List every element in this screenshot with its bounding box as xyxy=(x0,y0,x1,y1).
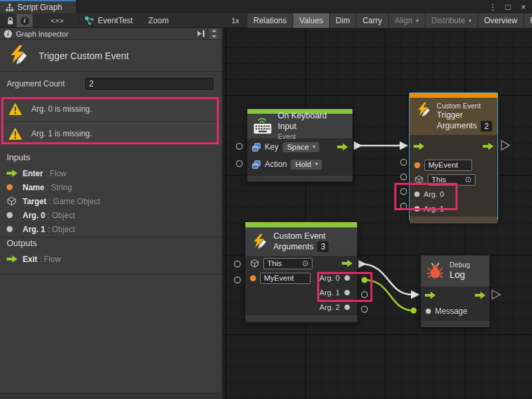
event-name-row: MyEvent Arg. 0 xyxy=(245,271,357,285)
lock-button[interactable] xyxy=(2,14,18,27)
target-field[interactable]: This ⊙ xyxy=(428,174,475,186)
code-icon: <×> xyxy=(51,17,63,25)
warning-text: Arg. 0 is missing. xyxy=(31,104,92,114)
inputs-section: Inputs Enter : Flow Name : String Target… xyxy=(0,149,222,237)
outputs-header: Outputs xyxy=(0,235,222,252)
custom-event-icon xyxy=(7,45,29,67)
node-title: Log xyxy=(450,269,470,281)
port-list-item: Enter : Flow xyxy=(0,166,222,180)
flow-output-arrow[interactable] xyxy=(342,260,352,267)
value-port-connected xyxy=(411,308,417,314)
input-port xyxy=(235,261,241,267)
tab-script-graph[interactable]: Script Graph xyxy=(0,0,76,13)
fullscreen-button[interactable]: Full Screen xyxy=(523,13,532,28)
flow-output-arrow[interactable] xyxy=(337,144,348,151)
key-dropdown[interactable]: Space ▾ xyxy=(283,142,320,152)
port-list-item: Arg. 0 : Object xyxy=(0,208,222,222)
cube-icon[interactable] xyxy=(250,259,259,268)
code-preview-button[interactable]: <×> xyxy=(45,14,69,27)
arg2-output: Arg. 2 xyxy=(319,303,352,311)
node-title: On Keyboard Input xyxy=(278,111,347,132)
event-name-field[interactable]: MyEvent xyxy=(260,273,311,284)
toolbar-separator xyxy=(78,15,79,26)
maximize-icon[interactable]: □ xyxy=(503,2,513,12)
warnings-list: Arg. 0 is missing. Arg. 1 is missing. xyxy=(0,97,222,146)
values-button[interactable]: Values xyxy=(293,13,329,28)
action-port-row: Action Hold ▾ xyxy=(247,156,352,173)
cube-icon[interactable] xyxy=(414,175,424,184)
object-port-icon[interactable] xyxy=(414,192,420,197)
inputs-header: Inputs xyxy=(0,149,222,166)
arguments-label: Arguments xyxy=(437,121,477,132)
port-list-item: Target : Game Object xyxy=(0,194,222,208)
flow-input-arrow[interactable] xyxy=(425,292,436,299)
object-port-icon[interactable] xyxy=(344,275,350,281)
target-picker-icon[interactable]: ⊙ xyxy=(302,259,309,268)
menu-icon[interactable]: ⋮ xyxy=(488,2,497,12)
property-icon xyxy=(252,160,261,169)
carry-button[interactable]: Carry xyxy=(356,13,388,28)
flow-row xyxy=(421,287,489,304)
overview-button[interactable]: Overview xyxy=(477,13,523,28)
input-port xyxy=(235,277,241,283)
argument-count-label: Argument Count xyxy=(7,79,65,88)
key-port-row: Key Space ▾ xyxy=(247,138,352,156)
node-custom-event[interactable]: Custom Event Arguments 3 This ⊙ xyxy=(245,221,358,323)
object-port-icon[interactable] xyxy=(344,305,350,310)
node-footer xyxy=(245,315,357,321)
dock-icon[interactable] xyxy=(197,30,207,37)
wire-value xyxy=(364,280,414,311)
object-port-icon[interactable] xyxy=(344,290,350,295)
info-toggle-button[interactable]: i xyxy=(17,14,33,27)
arg1-row: Arg. 1 xyxy=(245,285,357,300)
event-name-field[interactable]: MyEvent xyxy=(424,160,472,171)
relations-button[interactable]: Relations xyxy=(247,13,293,28)
input-port xyxy=(401,160,407,166)
target-picker-icon[interactable]: ⊙ xyxy=(465,175,471,184)
arg0-row: Arg. 0 xyxy=(410,187,497,201)
message-row: Message xyxy=(421,304,489,319)
flow-arrow-icon xyxy=(7,170,17,177)
dim-button[interactable]: Dim xyxy=(329,13,356,28)
arg1-label: Arg. 1 xyxy=(424,205,444,213)
align-dropdown[interactable]: Align▾ xyxy=(388,13,425,28)
chevron-down-icon: ▾ xyxy=(313,144,315,150)
node-kind: Debug xyxy=(450,261,470,269)
flow-output-arrow[interactable] xyxy=(483,143,493,150)
flow-row xyxy=(410,135,497,158)
string-port-icon[interactable] xyxy=(414,162,420,168)
target-row: This ⊙ xyxy=(245,256,357,271)
node-debug-log[interactable]: Debug Log Message xyxy=(420,255,490,327)
graph-asset-name[interactable]: EventTest xyxy=(98,13,133,28)
input-port xyxy=(401,189,407,195)
spin-down-button[interactable] xyxy=(209,35,218,39)
event-color-bar xyxy=(245,222,357,227)
object-port-icon xyxy=(7,212,13,218)
target-row: This ⊙ xyxy=(410,172,497,187)
action-dropdown[interactable]: Hold ▾ xyxy=(291,160,322,170)
distribute-dropdown[interactable]: Distribute▾ xyxy=(425,13,477,28)
input-port xyxy=(401,174,407,180)
arg1-row: Arg. 1 xyxy=(410,201,497,216)
graph-canvas[interactable]: On Keyboard Input Event Key Space ▾ xyxy=(223,28,532,399)
node-trigger-custom-event[interactable]: Custom Event Trigger Arguments 2 MyEvent xyxy=(409,92,498,221)
target-field[interactable]: This ⊙ xyxy=(263,258,313,269)
string-port-icon[interactable] xyxy=(250,275,256,281)
port-list-item: Name : String xyxy=(0,180,222,194)
custom-event-icon xyxy=(415,102,432,119)
object-port-icon[interactable] xyxy=(414,206,420,211)
spin-up-button[interactable] xyxy=(209,29,218,33)
object-port-icon xyxy=(7,226,13,232)
input-port xyxy=(401,203,407,209)
node-title: Trigger xyxy=(437,110,492,121)
arg0-output: Arg. 0 xyxy=(319,274,352,282)
object-port-icon[interactable] xyxy=(426,309,431,314)
keyboard-icon xyxy=(253,117,273,135)
argument-count-input[interactable]: 2 xyxy=(85,78,213,90)
node-on-keyboard-input[interactable]: On Keyboard Input Event Key Space ▾ xyxy=(247,108,353,181)
flow-output-arrow[interactable] xyxy=(475,292,485,299)
close-icon[interactable]: × xyxy=(519,2,528,12)
flow-input-arrow[interactable] xyxy=(414,143,424,150)
panel-footer xyxy=(0,393,222,399)
flow-output-port xyxy=(501,141,509,150)
